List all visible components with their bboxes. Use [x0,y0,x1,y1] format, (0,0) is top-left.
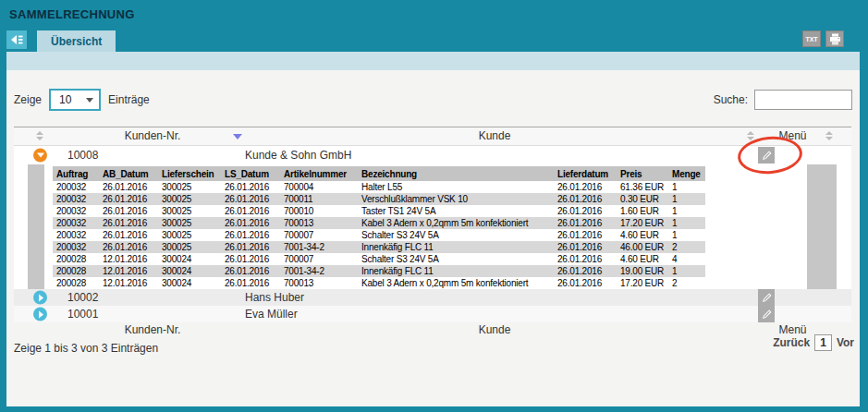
current-page-button[interactable]: 1 [814,334,832,351]
title-bar: SAMMELRECHNUNG [0,0,868,29]
printer-icon [829,33,841,45]
detail-row: 20003226.01.201630002526.01.2016700007Sc… [53,229,705,241]
detail-cell: 2 [668,241,705,253]
sort-icon[interactable] [825,131,833,140]
detail-cell: 26.01.2016 [554,193,617,205]
entries-info: Zeige 1 bis 3 von 3 Einträgen [14,342,158,355]
customer-number: 10001 [67,308,98,321]
edit-pencil-icon [761,309,773,321]
app-window: SAMMELRECHNUNG Übersicht TXT Z [0,0,868,412]
detail-cell: 1 [668,217,705,229]
tab-uebersicht[interactable]: Übersicht [37,30,116,52]
footer-kunden-nr: Kunden-Nr. [97,323,208,336]
detail-column-header: AB_Datum [99,166,158,181]
detail-cell: 700007 [280,253,358,265]
expand-row-icon[interactable] [33,291,47,305]
next-page-button[interactable]: Vor [837,336,854,349]
column-header-menu[interactable]: Menü [763,129,823,142]
edit-menu-button[interactable] [758,147,775,164]
detail-cell: 61.36 EUR [617,181,668,193]
collapse-panel-button[interactable] [6,30,27,49]
detail-cell: 700004 [280,181,358,193]
detail-cell: 300025 [158,205,221,217]
detail-cell: 26.01.2016 [554,205,617,217]
detail-cell: 17.20 EUR [617,277,668,289]
detail-cell: 26.01.2016 [99,229,158,241]
detail-row: 20002812.01.201630002426.01.20167001-34-… [53,265,705,277]
customer-row-10002: 10002 Hans Huber [14,289,851,306]
detail-column-header: Artikelnummer [280,166,358,181]
detail-cell: 700011 [280,193,358,205]
detail-cell: 200032 [53,229,99,241]
detail-cell: 1 [668,193,705,205]
detail-cell: 200032 [53,241,99,253]
detail-cell: 200028 [53,253,99,265]
detail-cell: 12.01.2016 [99,265,158,277]
column-header-kunde[interactable]: Kunde [384,129,605,142]
edit-pencil-icon [761,150,773,162]
detail-column-header: Bezeichnung [358,166,554,181]
detail-cell: 700013 [280,217,358,229]
customer-name: Eva Müller [245,308,298,321]
detail-row: 20003226.01.201630002526.01.20167001-34-… [53,241,705,253]
edit-menu-button[interactable] [758,306,775,322]
detail-cell: 26.01.2016 [554,253,617,265]
detail-cell: 2 [668,277,705,289]
expand-row-icon[interactable] [33,308,47,321]
detail-cell: 26.01.2016 [554,241,617,253]
detail-cell: 300025 [158,193,221,205]
column-header-kunden-nr[interactable]: Kunden-Nr. [97,129,208,142]
detail-cell: 300025 [158,229,221,241]
txt-export-button[interactable]: TXT [802,30,821,47]
detail-column-header: Menge [668,166,705,181]
detail-cell: 300025 [158,241,221,253]
detail-cell: 26.01.2016 [221,241,280,253]
detail-cell: 26.01.2016 [554,229,617,241]
search-input[interactable] [754,90,852,110]
print-button[interactable] [825,30,844,47]
detail-cell: Innenkäfig FLC 11 [358,241,554,253]
detail-cell: 4 [668,253,705,265]
detail-cell: 700013 [280,277,358,289]
detail-cell: 200028 [53,277,99,289]
content-area: Zeige 10 Einträge Suche: Kunden-Nr. Kund… [6,70,860,406]
page-size-select[interactable]: 10 [49,89,101,111]
detail-cell: 1 [668,229,705,241]
detail-column-header: LS_Datum [221,166,280,181]
detail-cell: 26.01.2016 [221,205,280,217]
detail-cell: 200032 [53,193,99,205]
detail-cell: Verschlußklammer VSK 10 [358,193,554,205]
detail-row: 20003226.01.201630002526.01.2016700013Ka… [53,217,705,229]
table-footer-row: Kunden-Nr. Kunde Menü [14,322,851,338]
order-details-panel: AuftragAB_DatumLieferscheinLS_DatumArtik… [14,164,851,289]
order-details-table: AuftragAB_DatumLieferscheinLS_DatumArtik… [53,166,705,289]
sort-desc-icon[interactable] [233,134,242,139]
edit-pencil-icon [761,292,773,304]
detail-cell: 300024 [158,277,221,289]
detail-cell: 26.01.2016 [221,253,280,265]
detail-row: 20003226.01.201630002526.01.2016700010Ta… [53,205,705,217]
detail-cell: 26.01.2016 [221,193,280,205]
page-size-value: 10 [51,93,86,106]
collapse-panel-icon [10,34,23,45]
prev-page-button[interactable]: Zurück [773,336,810,349]
sort-icon[interactable] [36,131,43,140]
detail-cell: 300024 [158,253,221,265]
detail-cell: 26.01.2016 [99,241,158,253]
detail-row: 20003226.01.201630002526.01.2016700004Ha… [53,181,705,193]
collapse-row-icon[interactable] [33,149,47,163]
detail-row: 20003226.01.201630002526.01.2016700011Ve… [53,193,705,205]
customer-row-10001: 10001 Eva Müller [14,306,851,322]
page-size-control: Zeige 10 Einträge [14,88,150,112]
detail-row: 20002812.01.201630002426.01.2016700007Sc… [53,253,705,265]
edit-menu-button[interactable] [758,289,775,306]
page-title: SAMMELRECHNUNG [9,7,135,21]
customer-name: Kunde & Sohn GmbH [245,149,351,162]
customer-name: Hans Huber [245,291,304,304]
detail-row: 20002812.01.201630002426.01.2016700013Ka… [53,277,705,289]
detail-right-gutter [807,164,837,289]
detail-cell: 26.01.2016 [554,265,617,277]
detail-cell: 26.01.2016 [554,277,617,289]
detail-cell: 200032 [53,205,99,217]
sort-icon[interactable] [747,131,754,140]
